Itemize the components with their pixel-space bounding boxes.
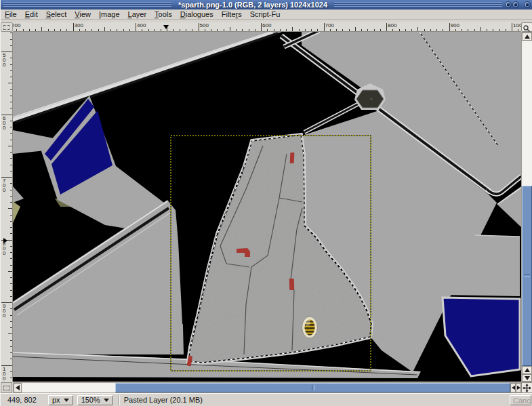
scroll-up-button-2[interactable] — [522, 366, 532, 374]
ruler-origin-icon — [3, 25, 10, 30]
horizontal-scroll-thumb[interactable] — [115, 383, 510, 392]
scroll-left-icon — [512, 386, 515, 390]
scroll-up-icon — [525, 35, 530, 39]
menu-select[interactable]: Select — [42, 9, 71, 20]
hruler-label: 700 — [325, 23, 334, 28]
zoom-value: 150% — [81, 396, 100, 404]
unit-value: px — [52, 396, 60, 404]
scroll-up-button[interactable] — [522, 33, 532, 41]
scroll-down-button[interactable] — [522, 374, 532, 382]
hruler-label: 800 — [388, 23, 396, 28]
menu-dialogues[interactable]: Dialogues — [176, 9, 218, 20]
cursor-position-label: 449, 802 — [7, 396, 44, 404]
horizontal-ruler[interactable]: 2003004005006007008009001000 — [13, 22, 521, 32]
artwork — [13, 32, 521, 382]
hruler-label: 600 — [262, 23, 271, 28]
vruler-label: 500 — [3, 53, 8, 67]
menu-image[interactable]: Image — [95, 9, 124, 20]
quickmask-icon — [3, 386, 10, 390]
vertical-scroll-thumb[interactable] — [522, 186, 532, 366]
menubar: FileEditSelectViewImageLayerToolsDialogu… — [1, 9, 532, 20]
menu-scriptfu[interactable]: Script-Fu — [246, 9, 285, 20]
close-button-icon[interactable] — [524, 1, 531, 8]
cursor-marker-v-icon — [3, 238, 7, 243]
image-canvas[interactable] — [13, 32, 521, 382]
scroll-left-button[interactable] — [14, 383, 22, 392]
maximize-button-icon[interactable] — [512, 1, 519, 8]
vruler-label: 1000 — [3, 367, 8, 382]
unit-dropdown[interactable]: px — [48, 395, 73, 405]
scroll-down-icon — [525, 376, 530, 380]
menu-view[interactable]: View — [70, 9, 95, 20]
hruler-label: 900 — [451, 23, 459, 28]
scroll-right-button[interactable] — [516, 383, 521, 392]
ruler-origin-button[interactable] — [1, 22, 13, 32]
titlebar-grip — [334, 2, 502, 8]
minimize-button-icon[interactable] — [505, 1, 512, 8]
scroll-up-icon — [525, 368, 530, 372]
quickmask-toggle-button[interactable] — [1, 382, 12, 393]
vertical-scrollbar[interactable] — [521, 32, 532, 382]
scroll-left-icon — [16, 385, 20, 390]
vruler-label: 700 — [3, 178, 8, 192]
cancel-button[interactable]: Cancel — [510, 395, 531, 405]
dropdown-arrow-icon — [64, 399, 69, 402]
hruler-label: 500 — [200, 23, 209, 28]
titlebar[interactable]: *sparth.png-1.0 (RGB, 2 layers) 1024x102… — [1, 0, 532, 9]
menu-layer[interactable]: Layer — [124, 9, 151, 20]
window-title: *sparth.png-1.0 (RGB, 2 layers) 1024x102… — [174, 0, 331, 9]
cursor-marker-h-icon — [163, 25, 169, 29]
menu-tools[interactable]: Tools — [150, 9, 176, 20]
menu-file[interactable]: File — [1, 9, 21, 20]
titlebar-grip — [3, 2, 171, 8]
gimp-image-window: *sparth.png-1.0 (RGB, 2 layers) 1024x102… — [0, 0, 532, 406]
pan-view-button[interactable] — [521, 382, 532, 393]
statusbar-separator — [119, 395, 120, 405]
move-cross-icon — [523, 384, 531, 392]
vruler-label: 600 — [3, 116, 8, 130]
status-message: Pasted Layer (20.1 MB) — [124, 396, 510, 404]
menu-edit[interactable]: Edit — [21, 9, 42, 20]
hruler-label: 200 — [13, 23, 20, 28]
vruler-label: 900 — [3, 304, 8, 318]
hruler-label: 400 — [137, 23, 146, 28]
menu-filters[interactable]: Filters — [218, 9, 246, 20]
zoom-dropdown[interactable]: 150% — [77, 395, 113, 405]
beacon-ellipse — [302, 317, 318, 338]
scroll-left-button-2[interactable] — [510, 383, 516, 392]
window-buttons — [505, 1, 532, 8]
scroll-right-icon — [517, 386, 520, 390]
horizontal-scrollbar[interactable] — [13, 382, 521, 393]
dropdown-arrow-icon — [104, 399, 109, 402]
hruler-label: 300 — [75, 23, 83, 28]
zoom-follow-window-button[interactable] — [521, 22, 532, 32]
vertical-ruler[interactable]: 5006007008009001000 — [1, 32, 13, 382]
hruler-label: 1000 — [513, 23, 521, 28]
statusbar: 449, 802 px 150% Pasted Layer (20.1 MB) … — [1, 393, 532, 406]
